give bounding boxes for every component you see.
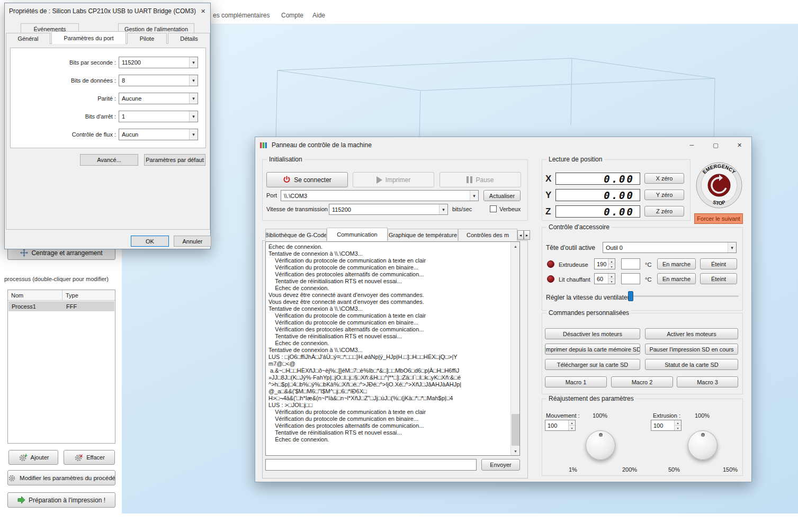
- center-arrange-icon: [20, 249, 28, 257]
- refresh-ports-button[interactable]: Actualiser: [483, 190, 521, 201]
- dialog-titlebar[interactable]: Propriétés de : Silicon Labs CP210x USB …: [5, 3, 210, 19]
- print-from-sd-button[interactable]: Imprimer depuis la carte mémoire SD: [545, 344, 640, 355]
- macro2-button[interactable]: Macro 2: [611, 376, 673, 387]
- disable-motors-button[interactable]: Désactiver les moteurs: [545, 328, 640, 339]
- tab-scroll-right-button[interactable]: ▸: [524, 230, 530, 240]
- enable-motors-button[interactable]: Activer les moteurs: [645, 328, 738, 339]
- x-zero-button[interactable]: X zéro: [644, 173, 684, 184]
- scroll-thumb[interactable]: [512, 414, 519, 446]
- tab-driver[interactable]: Pilote: [127, 33, 167, 44]
- spin-up-icon[interactable]: ▲: [608, 274, 615, 279]
- macro1-button[interactable]: Macro 1: [545, 376, 607, 387]
- port-select[interactable]: \\.\COM3 ▾: [281, 190, 479, 201]
- movement-knob[interactable]: [586, 430, 615, 460]
- extruder-status-led: [547, 260, 554, 268]
- data-bits-value: 8: [119, 77, 189, 84]
- baud-select[interactable]: 115200 ▾: [329, 204, 448, 215]
- pause-sd-print-button[interactable]: Pauser l'impression SD en cours: [645, 344, 738, 355]
- tab-machine-controls[interactable]: Contrôles des m: [458, 229, 517, 241]
- print-button[interactable]: Imprimer: [353, 172, 434, 187]
- command-input[interactable]: [265, 459, 477, 471]
- scroll-up-button[interactable]: ▲: [511, 242, 520, 250]
- force-next-button[interactable]: Forcer le suivant: [694, 213, 743, 224]
- tab-communication[interactable]: Communication: [327, 228, 388, 241]
- dialog-close-button[interactable]: ✕: [196, 3, 210, 19]
- advanced-button[interactable]: Avancé...: [80, 154, 138, 166]
- restore-defaults-button[interactable]: Paramètres par défaut: [144, 154, 205, 166]
- fan-speed-track[interactable]: [629, 295, 739, 297]
- sd-status-button[interactable]: Statut de la carte SD: [645, 359, 738, 370]
- custom-commands-title: Commandes personnalisées: [546, 309, 631, 317]
- edit-process-settings-button[interactable]: Modifier les paramètres du procédé: [7, 470, 115, 485]
- spin-up-icon[interactable]: ▲: [569, 420, 575, 426]
- tab-details[interactable]: Détails: [168, 33, 210, 44]
- spin-down-icon[interactable]: ▼: [608, 264, 615, 269]
- stop-bits-select[interactable]: 1 ▾: [119, 111, 198, 122]
- connect-button[interactable]: Se connecter: [266, 172, 348, 187]
- maximize-button[interactable]: ▢: [704, 137, 728, 153]
- toolhead-select[interactable]: Outil 0 ▾: [603, 242, 737, 253]
- close-button[interactable]: ✕: [728, 137, 751, 153]
- send-command-button[interactable]: Envoyer: [481, 459, 520, 471]
- extrusion-knob[interactable]: [688, 430, 718, 460]
- macro3-button[interactable]: Macro 3: [677, 376, 738, 387]
- menu-item-account[interactable]: Compte: [281, 12, 303, 19]
- flow-control-select[interactable]: Aucun ▾: [119, 129, 198, 140]
- column-separator[interactable]: [62, 290, 62, 301]
- movement-label: Mouvement :: [546, 412, 580, 419]
- pause-button[interactable]: Pause: [440, 172, 521, 187]
- baud-rate-select[interactable]: 115200 ▾: [119, 57, 198, 68]
- movement-spinner[interactable]: 100 ▲▼: [545, 420, 576, 431]
- table-row[interactable]: Process1 FFF: [8, 301, 114, 311]
- extruder-on-button[interactable]: En marche: [657, 258, 696, 269]
- log-scrollbar[interactable]: ▲ ▼: [510, 242, 519, 455]
- tab-general[interactable]: Général: [6, 33, 50, 44]
- menu-item-addons[interactable]: es complémentaires: [213, 12, 270, 19]
- minimize-button[interactable]: ─: [680, 137, 704, 153]
- tab-port-settings[interactable]: Paramètres du port: [51, 31, 126, 44]
- bed-temp-spinner[interactable]: 60 ▲▼: [594, 273, 615, 284]
- ok-button[interactable]: OK: [131, 236, 169, 247]
- chevron-down-icon: ▾: [728, 242, 736, 253]
- z-zero-button[interactable]: Z zéro: [644, 206, 684, 217]
- spin-up-icon[interactable]: ▲: [608, 259, 615, 264]
- extrusion-spinner[interactable]: 100 ▲▼: [651, 420, 682, 431]
- menu-item-help[interactable]: Aide: [312, 12, 325, 19]
- column-header-type[interactable]: Type: [62, 290, 115, 301]
- spin-up-icon[interactable]: ▲: [675, 420, 681, 426]
- z-position-display: 0.00: [555, 205, 640, 218]
- spin-down-icon[interactable]: ▼: [675, 426, 681, 430]
- process-table[interactable]: Nom Type Process1 FFF: [7, 290, 115, 444]
- fan-speed-slider-handle[interactable]: [628, 291, 633, 301]
- spin-down-icon[interactable]: ▼: [608, 279, 615, 284]
- verbose-checkbox[interactable]: [490, 205, 497, 212]
- add-process-button[interactable]: + Ajouter: [8, 450, 58, 465]
- chevron-down-icon: ▾: [439, 204, 447, 214]
- x-position-display: 0.00: [555, 173, 640, 185]
- cancel-button[interactable]: Annuler: [174, 236, 211, 247]
- parity-select[interactable]: Aucune ▾: [119, 93, 198, 104]
- tab-gcode-library[interactable]: Bibliothèque de G-Code: [265, 229, 327, 241]
- bed-on-button[interactable]: En marche: [657, 273, 696, 284]
- extruder-temp-spinner[interactable]: 190 ▲▼: [594, 258, 615, 269]
- communication-log[interactable]: Échec de connexion. Tentative de connexi…: [265, 241, 520, 456]
- bed-off-button[interactable]: Éteint: [700, 273, 737, 284]
- column-header-nom[interactable]: Nom: [8, 290, 62, 301]
- chevron-down-icon: ▾: [189, 75, 198, 86]
- tab-temperature-graph[interactable]: Graphique de température: [388, 229, 458, 241]
- extruder-off-button[interactable]: Éteint: [700, 258, 737, 269]
- communication-log-text: Échec de connexion. Tentative de connexi…: [268, 244, 508, 443]
- machine-panel-titlebar[interactable]: Panneau de contrôle de la machine ─ ▢ ✕: [255, 137, 751, 153]
- emergency-stop-button[interactable]: EMERGENCY STOP: [695, 161, 743, 209]
- upload-to-sd-button[interactable]: Télécharger sur la carte SD: [545, 359, 640, 370]
- delete-process-button[interactable]: × Effacer: [64, 450, 115, 465]
- sd-status-label: Statut de la carte SD: [665, 362, 719, 368]
- tab-scroll-left-button[interactable]: ◂: [517, 230, 524, 240]
- prepare-print-button[interactable]: Préparation à l'impression !: [7, 492, 115, 508]
- scroll-down-button[interactable]: ▼: [511, 447, 520, 455]
- chevron-down-icon: ▾: [189, 93, 198, 104]
- data-bits-select[interactable]: 8 ▾: [119, 75, 198, 86]
- svg-text:+: +: [24, 453, 28, 458]
- spin-down-icon[interactable]: ▼: [569, 426, 575, 430]
- y-zero-button[interactable]: Y zéro: [644, 190, 684, 200]
